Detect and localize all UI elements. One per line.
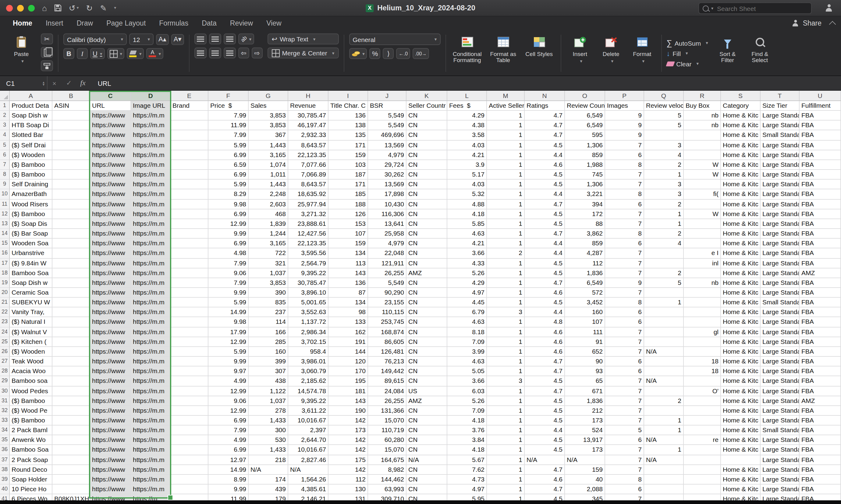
cell-L28[interactable]: 5.05 xyxy=(447,366,487,376)
cell-G5[interactable]: 1,443 xyxy=(248,140,288,150)
cell-K3[interactable]: CN xyxy=(407,121,447,130)
cell-U40[interactable]: FBA xyxy=(800,485,841,494)
cell-E21[interactable] xyxy=(171,298,208,307)
cell-A5[interactable]: ($) Self Drai xyxy=(10,140,52,150)
cell-E36[interactable] xyxy=(171,445,208,455)
cell-P1[interactable]: Images xyxy=(605,101,644,111)
cell-J9[interactable]: 13,569 xyxy=(368,180,407,190)
cell-U19[interactable]: FBA xyxy=(800,278,841,288)
cell-M1[interactable]: Active Seller xyxy=(487,101,525,111)
cell-E33[interactable] xyxy=(171,416,208,426)
cell-A27[interactable]: Teak Wood xyxy=(10,357,52,366)
cell-O6[interactable]: 859 xyxy=(565,150,605,160)
cell-R28[interactable]: 18 xyxy=(684,366,721,376)
cell-K25[interactable]: CN xyxy=(407,337,447,347)
cell-G32[interactable]: 278 xyxy=(248,406,288,416)
cell-J7[interactable]: 29,724 xyxy=(368,160,407,170)
cell-J19[interactable]: 5,549 xyxy=(368,278,407,288)
col-header-G[interactable]: G xyxy=(248,91,288,101)
cell-G36[interactable]: 1,433 xyxy=(248,445,288,455)
cell-U31[interactable]: AMZ xyxy=(800,396,841,406)
cell-I16[interactable]: 134 xyxy=(328,249,368,258)
cell-B33[interactable] xyxy=(52,416,90,426)
cell-U4[interactable]: FBA xyxy=(800,130,841,140)
cell-A36[interactable]: Bamboo Soa xyxy=(10,445,52,455)
font-name-combo[interactable]: Calibri (Body)▾ xyxy=(63,34,127,45)
cell-U18[interactable]: AMZ xyxy=(800,268,841,278)
cell-C19[interactable]: https://www xyxy=(90,278,131,288)
cell-N34[interactable]: 4.4 xyxy=(525,426,565,435)
confirm-entry-icon[interactable]: ✓ xyxy=(66,79,72,87)
cell-K21[interactable]: CN xyxy=(407,298,447,307)
col-header-B[interactable]: B xyxy=(52,91,90,101)
cell-K23[interactable]: CN xyxy=(407,318,447,327)
cell-E6[interactable] xyxy=(171,150,208,160)
cell-S2[interactable]: Home & Kitc xyxy=(721,111,760,121)
cell-K38[interactable]: CN xyxy=(407,465,447,475)
cell-T18[interactable]: Large Standa xyxy=(760,268,800,278)
cell-E3[interactable] xyxy=(171,121,208,130)
cell-J16[interactable]: 22,048 xyxy=(368,249,407,258)
cell-D31[interactable]: https://m.m xyxy=(131,396,171,406)
cell-F38[interactable]: 14.99 xyxy=(208,465,248,475)
cell-K9[interactable]: CN xyxy=(407,180,447,190)
save-icon[interactable] xyxy=(54,4,62,12)
cell-M3[interactable]: 1 xyxy=(487,121,525,130)
cell-B14[interactable] xyxy=(52,229,90,239)
cell-S27[interactable]: Home & Kitc xyxy=(721,357,760,366)
name-box-stepper-icon[interactable]: ▴▾ xyxy=(42,80,45,86)
cell-D29[interactable]: https://m.m xyxy=(131,377,171,386)
wrap-text-button[interactable]: ↩ Wrap Text▾ xyxy=(267,34,339,44)
cell-F12[interactable]: 6.99 xyxy=(208,209,248,219)
cell-S16[interactable]: Home & Kitc xyxy=(721,249,760,258)
cell-H24[interactable]: 2,986.34 xyxy=(288,327,328,337)
cell-K17[interactable]: CN xyxy=(407,258,447,268)
cell-G16[interactable]: 722 xyxy=(248,249,288,258)
underline-button[interactable]: U▾ xyxy=(90,48,104,59)
cell-O13[interactable]: 88 xyxy=(565,219,605,229)
cell-E9[interactable] xyxy=(171,180,208,190)
cell-F11[interactable]: 9.98 xyxy=(208,199,248,209)
cell-H23[interactable]: 1,137.72 xyxy=(288,318,328,327)
row-header-7[interactable]: 7 xyxy=(0,160,10,170)
search-input[interactable] xyxy=(716,4,791,13)
cell-D14[interactable]: https://m.m xyxy=(131,229,171,239)
cell-C35[interactable]: https://www xyxy=(90,435,131,445)
cell-H37[interactable]: 2,827.46 xyxy=(288,455,328,465)
cell-T3[interactable]: Large Standa xyxy=(760,121,800,130)
cell-U11[interactable]: FBA xyxy=(800,199,841,209)
orientation-button[interactable]: ab▾ xyxy=(238,34,254,44)
cell-R16[interactable]: e I xyxy=(684,249,721,258)
cell-G15[interactable]: 3,165 xyxy=(248,239,288,248)
cell-C11[interactable]: https://www xyxy=(90,199,131,209)
cell-E27[interactable] xyxy=(171,357,208,366)
cell-H30[interactable]: 14,574.78 xyxy=(288,386,328,396)
cell-E28[interactable] xyxy=(171,366,208,376)
row-header-19[interactable]: 19 xyxy=(0,278,10,288)
cell-U10[interactable]: FBA xyxy=(800,190,841,199)
cell-K16[interactable]: CN xyxy=(407,249,447,258)
cell-K18[interactable]: AMZ xyxy=(407,268,447,278)
cell-J22[interactable]: 110,115 xyxy=(368,308,407,318)
cell-T21[interactable]: Small Standa xyxy=(760,298,800,307)
cell-P5[interactable]: 7 xyxy=(605,140,644,150)
cell-R39[interactable] xyxy=(684,475,721,485)
cell-I10[interactable]: 185 xyxy=(328,190,368,199)
cell-K14[interactable]: CN xyxy=(407,229,447,239)
cell-A39[interactable]: Soap Holder xyxy=(10,475,52,485)
cell-O25[interactable]: 91 xyxy=(565,337,605,347)
cell-K36[interactable]: CN xyxy=(407,445,447,455)
row-header-17[interactable]: 17 xyxy=(0,258,10,268)
cell-N37[interactable]: N/A xyxy=(525,455,565,465)
cell-P7[interactable]: 8 xyxy=(605,160,644,170)
share-area[interactable]: Share xyxy=(792,19,835,27)
col-header-U[interactable]: U xyxy=(800,91,841,101)
cell-P11[interactable]: 6 xyxy=(605,199,644,209)
cell-H27[interactable]: 3,986.01 xyxy=(288,357,328,366)
cell-Q20[interactable] xyxy=(644,288,684,298)
row-header-32[interactable]: 32 xyxy=(0,406,10,416)
cell-U1[interactable]: Fulfillment xyxy=(800,101,841,111)
cell-O40[interactable]: 2,088 xyxy=(565,485,605,494)
paste-dropdown-icon[interactable]: ▾ xyxy=(21,59,24,64)
cell-F32[interactable]: 12.99 xyxy=(208,406,248,416)
